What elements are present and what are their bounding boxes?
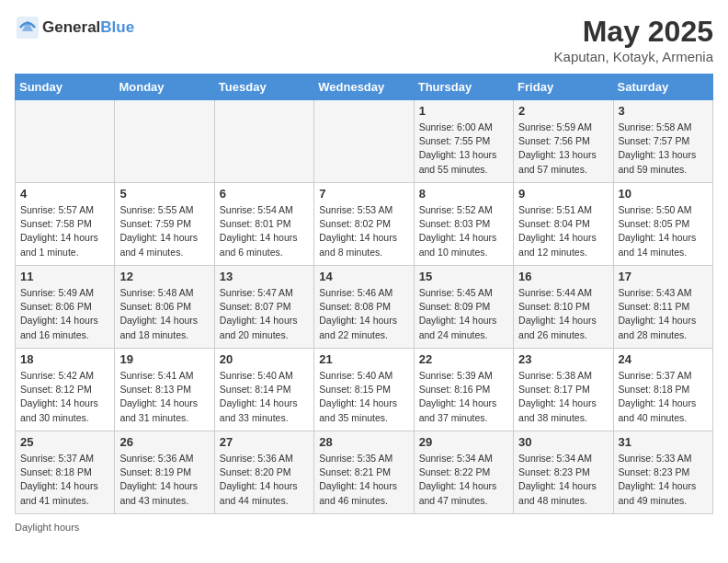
calendar-week-row: 11Sunrise: 5:49 AM Sunset: 8:06 PM Dayli… [16, 266, 713, 349]
day-info: Sunrise: 5:53 AM Sunset: 8:02 PM Dayligh… [319, 203, 408, 259]
logo-general-text: General [42, 18, 100, 36]
day-info: Sunrise: 6:00 AM Sunset: 7:55 PM Dayligh… [419, 121, 508, 177]
day-number: 1 [419, 104, 508, 118]
day-number: 22 [419, 352, 508, 366]
calendar-cell: 5Sunrise: 5:55 AM Sunset: 7:59 PM Daylig… [115, 183, 214, 266]
day-number: 16 [518, 270, 608, 283]
calendar-cell: 1Sunrise: 6:00 AM Sunset: 7:55 PM Daylig… [414, 100, 513, 183]
calendar-cell: 27Sunrise: 5:36 AM Sunset: 8:20 PM Dayli… [214, 431, 313, 514]
day-number: 31 [619, 435, 708, 449]
day-info: Sunrise: 5:38 AM Sunset: 8:17 PM Dayligh… [518, 369, 608, 425]
calendar-week-row: 25Sunrise: 5:37 AM Sunset: 8:18 PM Dayli… [16, 431, 713, 514]
day-number: 26 [119, 435, 209, 449]
calendar-cell: 24Sunrise: 5:37 AM Sunset: 8:18 PM Dayli… [613, 349, 712, 431]
day-info: Sunrise: 5:50 AM Sunset: 8:05 PM Dayligh… [619, 203, 708, 259]
calendar-day-header: Friday [514, 75, 613, 100]
day-number: 4 [20, 187, 109, 201]
day-info: Sunrise: 5:52 AM Sunset: 8:03 PM Dayligh… [419, 203, 508, 259]
calendar-cell: 7Sunrise: 5:53 AM Sunset: 8:02 PM Daylig… [314, 183, 414, 266]
calendar-cell: 22Sunrise: 5:39 AM Sunset: 8:16 PM Dayli… [414, 349, 513, 431]
day-info: Sunrise: 5:48 AM Sunset: 8:06 PM Dayligh… [119, 286, 209, 342]
calendar-cell: 31Sunrise: 5:33 AM Sunset: 8:23 PM Dayli… [613, 431, 712, 514]
day-number: 28 [319, 435, 408, 449]
calendar-cell: 19Sunrise: 5:41 AM Sunset: 8:13 PM Dayli… [115, 349, 214, 431]
calendar-day-header: Wednesday [314, 75, 414, 100]
day-number: 11 [20, 270, 109, 283]
calendar-cell: 6Sunrise: 5:54 AM Sunset: 8:01 PM Daylig… [214, 183, 313, 266]
calendar-day-header: Tuesday [214, 75, 313, 100]
calendar-cell: 20Sunrise: 5:40 AM Sunset: 8:14 PM Dayli… [214, 349, 313, 431]
day-number: 9 [518, 187, 608, 201]
page-header: GeneralBlue May 2025 Kaputan, Kotayk, Ar… [15, 15, 713, 64]
day-info: Sunrise: 5:54 AM Sunset: 8:01 PM Dayligh… [220, 203, 309, 259]
calendar-cell: 3Sunrise: 5:58 AM Sunset: 7:57 PM Daylig… [613, 100, 712, 183]
calendar-cell [16, 100, 115, 183]
day-info: Sunrise: 5:59 AM Sunset: 7:56 PM Dayligh… [518, 121, 608, 177]
day-number: 24 [619, 352, 708, 366]
day-info: Sunrise: 5:55 AM Sunset: 7:59 PM Dayligh… [119, 203, 209, 259]
calendar-cell: 25Sunrise: 5:37 AM Sunset: 8:18 PM Dayli… [16, 431, 115, 514]
calendar-cell [314, 100, 414, 183]
calendar-day-header: Thursday [414, 75, 513, 100]
calendar-cell: 17Sunrise: 5:43 AM Sunset: 8:11 PM Dayli… [613, 266, 712, 349]
day-number: 17 [619, 270, 708, 283]
day-number: 27 [220, 435, 309, 449]
day-number: 8 [419, 187, 508, 201]
day-info: Sunrise: 5:37 AM Sunset: 8:18 PM Dayligh… [619, 369, 708, 425]
logo: GeneralBlue [15, 15, 134, 40]
day-number: 5 [119, 187, 209, 201]
calendar-day-header: Sunday [16, 75, 115, 100]
day-info: Sunrise: 5:34 AM Sunset: 8:23 PM Dayligh… [518, 452, 608, 508]
calendar-cell: 29Sunrise: 5:34 AM Sunset: 8:22 PM Dayli… [414, 431, 513, 514]
calendar-cell: 18Sunrise: 5:42 AM Sunset: 8:12 PM Dayli… [16, 349, 115, 431]
day-number: 6 [220, 187, 309, 201]
calendar-cell: 23Sunrise: 5:38 AM Sunset: 8:17 PM Dayli… [514, 349, 613, 431]
day-info: Sunrise: 5:51 AM Sunset: 8:04 PM Dayligh… [518, 203, 608, 259]
day-number: 14 [319, 270, 408, 283]
day-info: Sunrise: 5:45 AM Sunset: 8:09 PM Dayligh… [419, 286, 508, 342]
day-info: Sunrise: 5:34 AM Sunset: 8:22 PM Dayligh… [419, 452, 508, 508]
calendar-cell: 2Sunrise: 5:59 AM Sunset: 7:56 PM Daylig… [514, 100, 613, 183]
calendar-cell: 8Sunrise: 5:52 AM Sunset: 8:03 PM Daylig… [414, 183, 513, 266]
calendar-cell: 28Sunrise: 5:35 AM Sunset: 8:21 PM Dayli… [314, 431, 414, 514]
day-info: Sunrise: 5:49 AM Sunset: 8:06 PM Dayligh… [20, 286, 109, 342]
calendar-cell: 30Sunrise: 5:34 AM Sunset: 8:23 PM Dayli… [514, 431, 613, 514]
calendar-week-row: 18Sunrise: 5:42 AM Sunset: 8:12 PM Dayli… [16, 349, 713, 431]
calendar-week-row: 4Sunrise: 5:57 AM Sunset: 7:58 PM Daylig… [16, 183, 713, 266]
day-info: Sunrise: 5:40 AM Sunset: 8:15 PM Dayligh… [319, 369, 408, 425]
calendar-cell: 16Sunrise: 5:44 AM Sunset: 8:10 PM Dayli… [514, 266, 613, 349]
day-info: Sunrise: 5:58 AM Sunset: 7:57 PM Dayligh… [619, 121, 708, 177]
calendar-cell: 26Sunrise: 5:36 AM Sunset: 8:19 PM Dayli… [115, 431, 214, 514]
day-info: Sunrise: 5:40 AM Sunset: 8:14 PM Dayligh… [220, 369, 309, 425]
day-info: Sunrise: 5:35 AM Sunset: 8:21 PM Dayligh… [319, 452, 408, 508]
calendar-cell: 15Sunrise: 5:45 AM Sunset: 8:09 PM Dayli… [414, 266, 513, 349]
day-info: Sunrise: 5:57 AM Sunset: 7:58 PM Dayligh… [20, 203, 109, 259]
calendar-week-row: 1Sunrise: 6:00 AM Sunset: 7:55 PM Daylig… [16, 100, 713, 183]
calendar-cell: 9Sunrise: 5:51 AM Sunset: 8:04 PM Daylig… [514, 183, 613, 266]
day-number: 10 [619, 187, 708, 201]
day-info: Sunrise: 5:43 AM Sunset: 8:11 PM Dayligh… [619, 286, 708, 342]
day-info: Sunrise: 5:33 AM Sunset: 8:23 PM Dayligh… [619, 452, 708, 508]
day-number: 20 [220, 352, 309, 366]
calendar-cell [214, 100, 313, 183]
day-number: 12 [119, 270, 209, 283]
day-number: 23 [518, 352, 608, 366]
day-number: 25 [20, 435, 109, 449]
calendar-day-header: Monday [115, 75, 214, 100]
day-number: 19 [119, 352, 209, 366]
day-number: 29 [419, 435, 508, 449]
day-info: Sunrise: 5:37 AM Sunset: 8:18 PM Dayligh… [20, 452, 109, 508]
day-number: 3 [619, 104, 708, 118]
day-number: 2 [518, 104, 608, 118]
calendar-cell: 11Sunrise: 5:49 AM Sunset: 8:06 PM Dayli… [16, 266, 115, 349]
day-number: 13 [220, 270, 309, 283]
day-number: 21 [319, 352, 408, 366]
footer: Daylight hours [15, 522, 713, 533]
day-info: Sunrise: 5:44 AM Sunset: 8:10 PM Dayligh… [518, 286, 608, 342]
calendar-cell: 12Sunrise: 5:48 AM Sunset: 8:06 PM Dayli… [115, 266, 214, 349]
calendar-cell [115, 100, 214, 183]
day-info: Sunrise: 5:46 AM Sunset: 8:08 PM Dayligh… [319, 286, 408, 342]
calendar-cell: 4Sunrise: 5:57 AM Sunset: 7:58 PM Daylig… [16, 183, 115, 266]
title-block: May 2025 Kaputan, Kotayk, Armenia [554, 15, 713, 64]
day-info: Sunrise: 5:41 AM Sunset: 8:13 PM Dayligh… [119, 369, 209, 425]
